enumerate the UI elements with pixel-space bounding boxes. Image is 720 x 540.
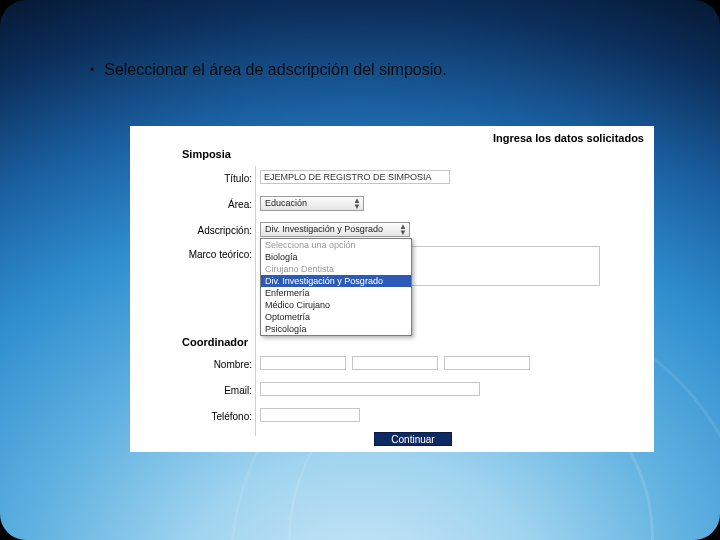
updown-icon: ▲▼: [353, 198, 361, 210]
dropdown-option[interactable]: Div. Investigación y Posgrado: [261, 275, 411, 287]
adscripcion-select[interactable]: Div. Investigación y Posgrado ▲▼: [260, 222, 410, 237]
label-marco: Marco teórico:: [130, 249, 252, 260]
dropdown-option[interactable]: Médico Cirujano: [261, 299, 411, 311]
form-panel: Ingresa los datos solicitados Simposia C…: [130, 126, 654, 452]
nombre-input-1[interactable]: [260, 356, 346, 370]
label-titulo: Título:: [130, 173, 252, 184]
telefono-input[interactable]: [260, 408, 360, 422]
label-email: Email:: [130, 385, 252, 396]
adscripcion-select-value: Div. Investigación y Posgrado: [265, 224, 383, 234]
instruction-text: Seleccionar el área de adscripción del s…: [104, 61, 446, 79]
nombre-input-2[interactable]: [352, 356, 438, 370]
panel-header: Ingresa los datos solicitados: [493, 132, 644, 144]
dropdown-option[interactable]: Optometría: [261, 311, 411, 323]
label-telefono: Teléfono:: [130, 411, 252, 422]
instruction-bullet: • Seleccionar el área de adscripción del…: [90, 61, 447, 79]
nombre-input-3[interactable]: [444, 356, 530, 370]
label-area: Área:: [130, 199, 252, 210]
dropdown-option[interactable]: Enfermería: [261, 287, 411, 299]
dropdown-option[interactable]: Cirujano Dentista: [261, 263, 411, 275]
dropdown-option[interactable]: Biología: [261, 251, 411, 263]
label-nombre: Nombre:: [130, 359, 252, 370]
label-adscripcion: Adscripción:: [130, 225, 252, 236]
dropdown-option[interactable]: Selecciona una opción: [261, 239, 411, 251]
updown-icon: ▲▼: [399, 224, 407, 236]
adscripcion-dropdown: Selecciona una opción Biología Cirujano …: [260, 238, 412, 336]
area-select-value: Educación: [265, 198, 307, 208]
section-title-coordinador: Coordinador: [182, 336, 248, 348]
section-title-simposia: Simposia: [182, 148, 231, 160]
dropdown-option[interactable]: Psicología: [261, 323, 411, 335]
email-input[interactable]: [260, 382, 480, 396]
area-select[interactable]: Educación ▲▼: [260, 196, 364, 211]
continuar-button[interactable]: Continuar: [374, 432, 452, 446]
bullet-dot-icon: •: [90, 63, 94, 77]
titulo-input[interactable]: EJEMPLO DE REGISTRO DE SIMPOSIA: [260, 170, 450, 184]
column-divider: [255, 166, 256, 436]
